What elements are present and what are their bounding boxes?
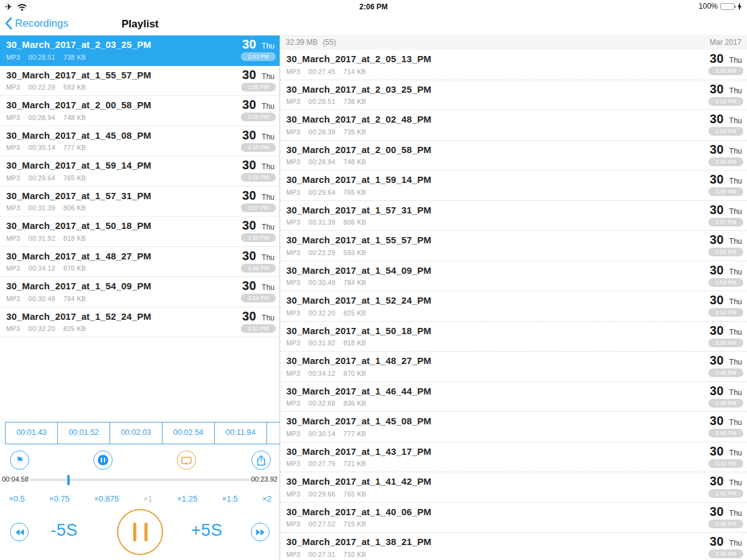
recording-row[interactable]: 30_March_2017_at_1_43_17_PM MP3 00:27.79… <box>280 442 747 473</box>
recording-date: 30 Thu <box>710 293 742 307</box>
recording-date: 30 Thu <box>242 98 275 112</box>
recording-row[interactable]: 30_March_2017_at_1_54_09_PM MP3 00:30.48… <box>280 261 747 292</box>
progress-bar[interactable] <box>30 478 251 481</box>
bookmark-cell[interactable]: 00:02.54 <box>162 422 215 444</box>
recording-row[interactable]: 30_March_2017_at_1_46_44_PM MP3 00:32.68… <box>280 382 747 413</box>
recording-name: 30_March_2017_at_1_54_09_PM <box>286 265 431 276</box>
recording-weekday: Thu <box>261 42 275 50</box>
playlist-row[interactable]: 30_March_2017_at_1_45_08_PM MP3 00:30.14… <box>0 126 280 157</box>
pause-dot-icon <box>98 455 108 465</box>
share-icon <box>256 455 266 466</box>
recording-day: 30 <box>710 263 723 278</box>
recording-row[interactable]: 30_March_2017_at_2_03_25_PM MP3 00:28.51… <box>280 80 747 111</box>
recording-weekday: Thu <box>261 253 275 262</box>
playlist-row[interactable]: 30_March_2017_at_1_54_09_PM MP3 00:30.48… <box>0 277 280 307</box>
recording-weekday: Thu <box>729 509 742 518</box>
speed-option[interactable]: ×1.25 <box>177 494 197 503</box>
play-pause-button[interactable] <box>117 509 163 555</box>
bookmark-cell[interactable]: 00:01.52 <box>58 422 110 444</box>
playlist-row[interactable]: 30_March_2017_at_2_03_25_PM MP3 00:28.51… <box>0 35 280 66</box>
playlist-row[interactable]: 30_March_2017_at_1_57_31_PM MP3 00:31.39… <box>0 187 280 217</box>
recording-duration: 00:31.92 <box>309 339 336 347</box>
bookmark-cell[interactable]: 00:01.43 <box>6 422 58 444</box>
playlist-row[interactable]: 30_March_2017_at_1_55_57_PM MP3 00:22.29… <box>0 66 280 96</box>
recording-time-badge: 2:05 PM <box>708 67 743 75</box>
recording-row[interactable]: 30_March_2017_at_1_50_18_PM MP3 00:31.92… <box>280 322 747 352</box>
loop-button[interactable] <box>177 450 196 470</box>
speed-option[interactable]: ×0.75 <box>49 494 70 503</box>
playlist-row[interactable]: 30_March_2017_at_1_59_14_PM MP3 00:29.64… <box>0 156 280 187</box>
recording-day: 30 <box>710 414 723 428</box>
recording-meta: MP3 00:28.94 748 KB <box>6 114 86 121</box>
recording-name: 30_March_2017_at_2_03_25_PM <box>286 84 431 95</box>
recording-time-badge: 1:54 PM <box>708 278 743 287</box>
recording-row[interactable]: 30_March_2017_at_2_00_58_PM MP3 00:28.94… <box>280 141 747 171</box>
recording-row[interactable]: 30_March_2017_at_2_05_13_PM MP3 00:27.45… <box>280 50 747 80</box>
recording-row[interactable]: 30_March_2017_at_1_52_24_PM MP3 00:32.20… <box>280 291 747 322</box>
rewind-button[interactable] <box>10 523 29 541</box>
recording-meta: MP3 00:31.92 818 KB <box>286 339 366 347</box>
playlist-row[interactable]: 30_March_2017_at_1_50_18_PM MP3 00:31.92… <box>0 217 280 247</box>
recording-row[interactable]: 30_March_2017_at_1_45_08_PM MP3 00:30.14… <box>280 412 747 442</box>
recording-weekday: Thu <box>729 328 742 337</box>
speed-option[interactable]: ×0.875 <box>94 494 119 503</box>
recording-row[interactable]: 30_March_2017_at_1_59_14_PM MP3 00:29.64… <box>280 170 747 201</box>
recording-row[interactable]: 30_March_2017_at_1_38_21_PM MP3 00:27.31… <box>280 533 747 560</box>
fast-forward-button[interactable] <box>251 523 270 541</box>
playlist-panel: Recordings Playlist 30_March_2017_at_2_0… <box>0 0 280 560</box>
recording-duration: 00:28.94 <box>29 114 55 121</box>
recording-row[interactable]: 30_March_2017_at_1_48_27_PM MP3 00:34.12… <box>280 352 747 382</box>
recording-duration: 00:27.45 <box>309 68 336 75</box>
recording-time-badge: 2:00 PM <box>708 157 743 166</box>
speed-option[interactable]: ×0.5 <box>9 494 25 503</box>
recording-size: 818 KB <box>344 339 366 347</box>
progress-marker[interactable] <box>67 475 70 485</box>
playlist-row[interactable]: 30_March_2017_at_2_00_58_PM MP3 00:28.94… <box>0 96 280 126</box>
recording-time-badge: 1:38 PM <box>708 549 743 558</box>
recording-size: 806 KB <box>63 204 86 212</box>
pause-marker-button[interactable] <box>93 450 113 470</box>
skip-forward-button[interactable]: +5S <box>182 521 232 540</box>
recording-date: 30 Thu <box>242 37 275 52</box>
flag-icon: ⚑ <box>16 455 24 464</box>
bookmark-cell[interactable]: 00:02.03 <box>110 422 162 444</box>
recording-time-badge: 1:45 PM <box>708 429 743 437</box>
recording-day: 30 <box>710 112 723 126</box>
recording-name: 30_March_2017_at_1_57_31_PM <box>286 205 431 215</box>
recording-size: 710 KB <box>344 551 366 558</box>
recording-date: 30 Thu <box>710 444 742 459</box>
recording-day: 30 <box>710 534 723 549</box>
playlist-row[interactable]: 30_March_2017_at_1_48_27_PM MP3 00:34.12… <box>0 247 280 278</box>
recording-duration: 00:27.52 <box>309 520 336 528</box>
recording-date: 30 Thu <box>710 172 742 187</box>
recording-time-badge: 1:55 PM <box>708 248 743 256</box>
recording-day: 30 <box>710 233 723 247</box>
recording-row[interactable]: 30_March_2017_at_1_57_31_PM MP3 00:31.39… <box>280 201 747 231</box>
recording-duration: 00:34.12 <box>29 264 55 272</box>
recording-time-badge: 1:52 PM <box>241 324 276 333</box>
recording-row[interactable]: 30_March_2017_at_2_02_48_PM MP3 00:28.39… <box>280 110 747 141</box>
speed-option[interactable]: ×1 <box>143 494 153 503</box>
speed-option[interactable]: ×1.5 <box>222 494 238 503</box>
speed-option[interactable]: ×2 <box>262 494 271 503</box>
recording-duration: 00:32.20 <box>29 325 55 332</box>
playlist-row[interactable]: 30_March_2017_at_1_52_24_PM MP3 00:32.20… <box>0 307 280 338</box>
recording-duration: 00:22.29 <box>309 249 336 256</box>
recording-duration: 00:32.20 <box>309 309 336 317</box>
recording-size: 738 KB <box>344 98 366 105</box>
recording-format: MP3 <box>6 83 21 91</box>
recording-row[interactable]: 30_March_2017_at_1_41_42_PM MP3 00:29.66… <box>280 472 747 503</box>
recording-format: MP3 <box>6 174 21 182</box>
recording-name: 30_March_2017_at_1_50_18_PM <box>286 325 431 336</box>
bookmark-cell[interactable]: 00:11.94 <box>215 422 267 444</box>
recording-format: MP3 <box>6 144 21 151</box>
flag-bookmark-button[interactable]: ⚑ <box>10 450 29 470</box>
recording-row[interactable]: 30_March_2017_at_1_55_57_PM MP3 00:22.29… <box>280 231 747 261</box>
recording-duration: 00:27.79 <box>309 460 336 467</box>
recording-row[interactable]: 30_March_2017_at_1_40_06_PM MP3 00:27.52… <box>280 503 747 533</box>
recording-day: 30 <box>242 158 256 172</box>
recording-size: 777 KB <box>344 430 366 437</box>
skip-back-button[interactable]: -5S <box>39 521 89 540</box>
share-button[interactable] <box>251 450 271 470</box>
loop-icon <box>181 455 192 465</box>
